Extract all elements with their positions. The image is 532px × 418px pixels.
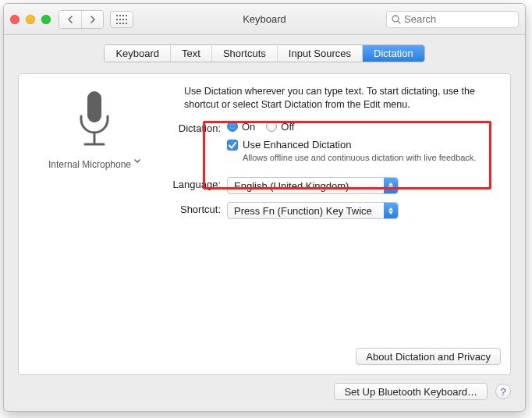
forward-button[interactable]	[81, 11, 103, 28]
microphone-icon	[73, 90, 115, 152]
close-window-button[interactable]	[10, 15, 20, 24]
dictation-off-input[interactable]	[266, 121, 277, 132]
tab-label: Input Sources	[289, 48, 351, 59]
nav-segmented	[59, 10, 104, 29]
microphone-selector[interactable]: Internal Microphone	[48, 159, 140, 170]
svg-rect-10	[122, 23, 124, 24]
svg-rect-2	[122, 15, 124, 16]
dictation-on-radio[interactable]: On	[227, 121, 255, 133]
about-dictation-button[interactable]: About Dictation and Privacy	[356, 348, 501, 365]
svg-rect-6	[122, 19, 124, 20]
search-field[interactable]	[386, 11, 519, 28]
chevron-down-icon	[134, 159, 140, 164]
language-value: English (United Kingdom)	[234, 180, 384, 192]
back-button[interactable]	[59, 11, 81, 28]
tab-shortcuts[interactable]: Shortcuts	[211, 45, 277, 62]
language-label: Language:	[153, 177, 227, 190]
stepper-arrows-icon	[384, 203, 398, 218]
svg-rect-9	[119, 23, 121, 24]
svg-rect-8	[116, 23, 118, 24]
tab-label: Dictation	[374, 48, 413, 59]
button-label: Set Up Bluetooth Keyboard…	[344, 386, 477, 398]
dictation-off-radio[interactable]: Off	[266, 121, 294, 133]
enhanced-dictation-label: Use Enhanced Dictation	[243, 139, 476, 151]
preferences-window: Keyboard Keyboard Text Shortcuts Input S…	[3, 3, 526, 412]
titlebar: Keyboard	[4, 4, 525, 35]
tab-label: Text	[182, 48, 200, 59]
minimize-window-button[interactable]	[26, 15, 35, 24]
dictation-on-input[interactable]	[227, 121, 238, 132]
shortcut-label: Shortcut:	[153, 202, 227, 215]
shortcut-select[interactable]: Press Fn (Function) Key Twice	[227, 202, 399, 219]
svg-line-13	[398, 21, 400, 23]
zoom-window-button[interactable]	[41, 15, 51, 24]
svg-rect-0	[116, 15, 118, 16]
intro-text: Use Dictation wherever you can type text…	[184, 85, 493, 112]
svg-rect-3	[126, 15, 127, 16]
svg-rect-7	[126, 19, 127, 20]
svg-rect-1	[119, 15, 121, 16]
stepper-arrows-icon	[384, 178, 398, 193]
button-label: About Dictation and Privacy	[366, 351, 491, 363]
language-select[interactable]: English (United Kingdom)	[227, 177, 399, 194]
radio-label: On	[242, 121, 255, 133]
tab-label: Shortcuts	[223, 48, 266, 59]
dictation-label: Dictation:	[153, 121, 227, 134]
chevron-right-icon	[90, 16, 96, 23]
microphone-name: Internal Microphone	[48, 159, 131, 170]
setup-bluetooth-keyboard-button[interactable]: Set Up Bluetooth Keyboard…	[334, 383, 488, 400]
tab-text[interactable]: Text	[170, 45, 211, 62]
bottom-bar: Set Up Bluetooth Keyboard… ?	[18, 383, 511, 400]
help-icon: ?	[500, 386, 505, 398]
grid-icon	[116, 15, 127, 24]
enhanced-dictation-checkbox[interactable]	[227, 140, 238, 151]
svg-rect-5	[119, 19, 121, 20]
svg-rect-4	[116, 19, 118, 20]
radio-label: Off	[281, 121, 294, 133]
tab-label: Keyboard	[115, 48, 159, 59]
dictation-pane: Internal Microphone Use Dictation wherev…	[18, 73, 511, 375]
search-icon	[392, 15, 401, 24]
content: Keyboard Text Shortcuts Input Sources Di…	[4, 35, 525, 411]
settings-column: Use Dictation wherever you can type text…	[153, 85, 493, 227]
show-all-button[interactable]	[110, 11, 133, 28]
svg-rect-11	[126, 23, 127, 24]
tab-dictation[interactable]: Dictation	[362, 45, 424, 62]
traffic-lights	[10, 15, 51, 24]
tab-input-sources[interactable]: Input Sources	[277, 45, 362, 62]
search-input[interactable]	[404, 13, 513, 25]
tab-bar: Keyboard Text Shortcuts Input Sources Di…	[104, 44, 424, 62]
help-button[interactable]: ?	[495, 384, 511, 399]
enhanced-dictation-description: Allows offline use and continuous dictat…	[243, 152, 476, 163]
svg-rect-14	[87, 91, 101, 122]
microphone-column: Internal Microphone	[36, 85, 153, 170]
tab-keyboard[interactable]: Keyboard	[105, 45, 170, 62]
shortcut-value: Press Fn (Function) Key Twice	[234, 205, 384, 217]
chevron-left-icon	[67, 16, 73, 23]
